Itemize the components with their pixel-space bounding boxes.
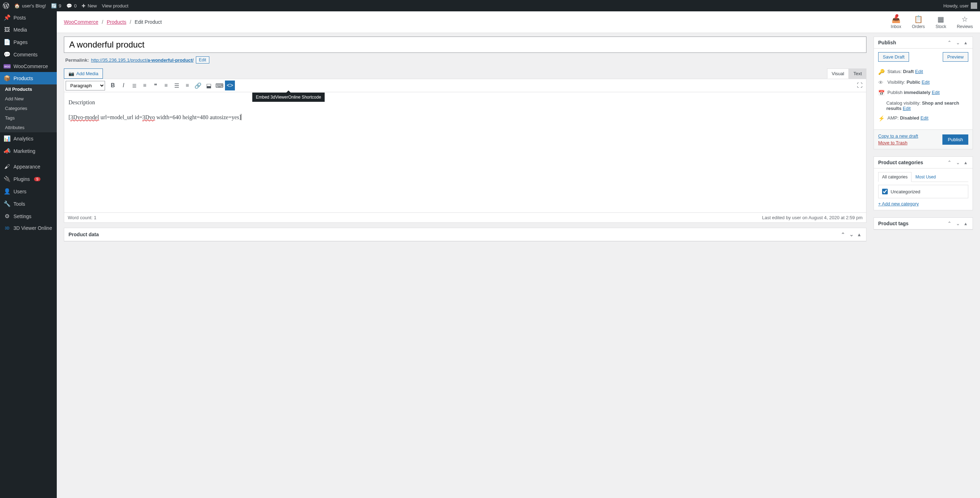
wp-logo[interactable] bbox=[3, 3, 9, 9]
nav-media[interactable]: 🖼Media bbox=[0, 24, 57, 36]
move-up-icon[interactable]: ⌃ bbox=[946, 221, 953, 226]
tab-visual[interactable]: Visual bbox=[827, 68, 849, 79]
breadcrumb-woo[interactable]: WooCommerce bbox=[64, 19, 98, 25]
nav-all-products[interactable]: All Products bbox=[0, 84, 57, 94]
new-link[interactable]: ✚ New bbox=[82, 3, 97, 8]
tooltip: Embed 3dViewerOnline Shortcode bbox=[252, 92, 325, 102]
toggle-icon[interactable]: ▴ bbox=[963, 160, 968, 165]
nav-settings[interactable]: ⚙Settings bbox=[0, 210, 57, 223]
embed-3dvo-button[interactable]: <> bbox=[225, 81, 235, 91]
align-right-button[interactable]: ≡ bbox=[182, 81, 192, 91]
edit-status-link[interactable]: Edit bbox=[915, 69, 923, 74]
key-icon: 🔑 bbox=[878, 69, 885, 75]
tools-icon: 🔧 bbox=[3, 200, 11, 207]
product-data-title: Product data bbox=[68, 232, 99, 237]
toggle-icon[interactable]: ▴ bbox=[963, 40, 968, 45]
toggle-icon[interactable]: ▴ bbox=[963, 221, 968, 226]
nav-pages[interactable]: 📄Pages bbox=[0, 36, 57, 48]
admin-sidebar: 📌Posts 🖼Media 📄Pages 💬Comments wooWooCom… bbox=[0, 11, 57, 249]
move-down-icon[interactable]: ⌄ bbox=[955, 160, 962, 165]
nav-users[interactable]: 👤Users bbox=[0, 185, 57, 197]
nav-tools[interactable]: 🔧Tools bbox=[0, 197, 57, 210]
edit-publish-link[interactable]: Edit bbox=[932, 90, 940, 95]
comment-icon: 💬 bbox=[3, 51, 11, 58]
tab-text[interactable]: Text bbox=[849, 68, 867, 79]
updates-link[interactable]: 🔄 9 bbox=[51, 3, 61, 8]
site-link[interactable]: 🏠 user's Blog! bbox=[14, 3, 46, 8]
nav-3dviewer[interactable]: 3D3D Viewer Online bbox=[0, 223, 57, 234]
move-trash-link[interactable]: Move to Trash bbox=[878, 140, 918, 145]
move-up-icon[interactable]: ⌃ bbox=[946, 160, 953, 165]
nav-add-new[interactable]: Add New bbox=[0, 94, 57, 103]
category-list: Uncategorized bbox=[878, 185, 968, 198]
camera-icon: 📷 bbox=[68, 71, 74, 76]
uncategorized-checkbox[interactable] bbox=[882, 189, 888, 194]
link-button[interactable]: 🔗 bbox=[193, 81, 203, 91]
move-down-icon[interactable]: ⌄ bbox=[848, 232, 855, 237]
products-icon: 📦 bbox=[3, 75, 11, 81]
nav-appearance[interactable]: 🖌Appearance bbox=[0, 161, 57, 173]
edit-amp-link[interactable]: Edit bbox=[920, 115, 928, 121]
nav-categories[interactable]: Categories bbox=[0, 103, 57, 113]
save-draft-button[interactable]: Save Draft bbox=[878, 52, 909, 62]
activity-orders[interactable]: 📋Orders bbox=[912, 15, 925, 29]
format-select[interactable]: Paragraph bbox=[66, 81, 105, 91]
pin-icon: 📌 bbox=[3, 14, 11, 21]
move-up-icon[interactable]: ⌃ bbox=[840, 232, 846, 237]
nav-woocommerce[interactable]: wooWooCommerce bbox=[0, 60, 57, 72]
add-category-link[interactable]: + Add new category bbox=[878, 201, 968, 207]
activity-inbox[interactable]: 📥Inbox bbox=[891, 15, 901, 29]
edit-visibility-link[interactable]: Edit bbox=[922, 80, 930, 85]
italic-button[interactable]: I bbox=[119, 81, 129, 91]
move-down-icon[interactable]: ⌄ bbox=[955, 221, 962, 226]
nav-marketing[interactable]: 📣Marketing bbox=[0, 145, 57, 157]
page-icon: 📄 bbox=[3, 39, 11, 45]
bullet-list-button[interactable]: ≣ bbox=[129, 81, 139, 91]
category-uncategorized[interactable]: Uncategorized bbox=[882, 189, 964, 194]
move-up-icon[interactable]: ⌃ bbox=[946, 40, 953, 45]
editor-line-2: [3Dvo-model url=model_url id=3Dvo width=… bbox=[68, 113, 862, 122]
avatar bbox=[971, 3, 977, 9]
view-product-link[interactable]: View product bbox=[102, 3, 129, 8]
bold-button[interactable]: B bbox=[108, 81, 118, 91]
edit-permalink-button[interactable]: Edit bbox=[196, 56, 210, 64]
move-down-icon[interactable]: ⌄ bbox=[955, 40, 962, 45]
eye-icon: 👁 bbox=[878, 80, 885, 86]
fullscreen-button[interactable]: ⛶ bbox=[855, 81, 865, 91]
marketing-icon: 📣 bbox=[3, 148, 11, 154]
tab-most-used[interactable]: Most Used bbox=[912, 172, 940, 182]
main-content: WooCommerce / Products / Edit Product 📥I… bbox=[57, 11, 980, 249]
more-button[interactable]: ⬓ bbox=[204, 81, 213, 91]
number-list-button[interactable]: ≡ bbox=[140, 81, 150, 91]
add-media-button[interactable]: 📷Add Media bbox=[64, 68, 103, 79]
nav-products[interactable]: 📦Products bbox=[0, 72, 57, 84]
editor-body[interactable]: Description [3Dvo-model url=model_url id… bbox=[64, 92, 867, 213]
toggle-toolbar-button[interactable]: ⌨ bbox=[214, 81, 224, 91]
activity-reviews[interactable]: ☆Reviews bbox=[957, 15, 973, 29]
calendar-icon: 📅 bbox=[878, 90, 885, 96]
toggle-icon[interactable]: ▴ bbox=[856, 232, 862, 237]
nav-tags[interactable]: Tags bbox=[0, 113, 57, 123]
preview-button[interactable]: Preview bbox=[943, 52, 968, 62]
nav-attributes[interactable]: Attributes bbox=[0, 123, 57, 132]
tab-all-categories[interactable]: All categories bbox=[878, 172, 912, 182]
align-center-button[interactable]: ☰ bbox=[172, 81, 182, 91]
copy-draft-link[interactable]: Copy to a new draft bbox=[878, 134, 918, 139]
product-title-input[interactable] bbox=[64, 37, 867, 53]
quote-button[interactable]: ❝ bbox=[150, 81, 161, 91]
activity-stock[interactable]: ▦Stock bbox=[935, 15, 946, 29]
nav-plugins[interactable]: 🔌Plugins9 bbox=[0, 173, 57, 185]
breadcrumb-products[interactable]: Products bbox=[107, 19, 126, 25]
edit-catalog-link[interactable]: Edit bbox=[903, 106, 910, 111]
nav-analytics[interactable]: 📊Analytics bbox=[0, 132, 57, 145]
site-name: user's Blog! bbox=[22, 3, 46, 8]
breadcrumb-current: Edit Product bbox=[135, 19, 162, 25]
nav-comments[interactable]: 💬Comments bbox=[0, 48, 57, 60]
publish-button[interactable]: Publish bbox=[942, 134, 968, 145]
nav-posts[interactable]: 📌Posts bbox=[0, 11, 57, 24]
permalink-url[interactable]: http://35.236.195.1/product/a-wonderful-… bbox=[91, 57, 193, 63]
3d-icon: 3D bbox=[3, 226, 11, 230]
howdy-link[interactable]: Howdy, user bbox=[943, 3, 977, 9]
align-left-button[interactable]: ≡ bbox=[161, 81, 171, 91]
comments-link[interactable]: 💬 0 bbox=[66, 3, 76, 8]
